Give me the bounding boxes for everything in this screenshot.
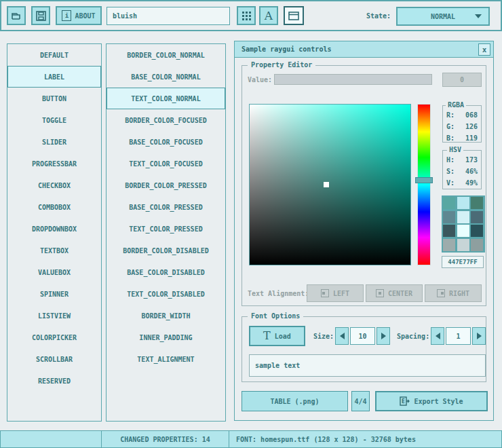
list-item[interactable]: BASE_COLOR_DISABLED [107,261,225,283]
g-label: G: [446,123,455,130]
sample-window-titlebar[interactable]: Sample raygui controls [235,41,493,58]
style-colors-grid [442,195,485,253]
list-item[interactable]: BORDER_COLOR_NORMAL [107,44,225,66]
hsv-group: HSV H:173 S:46% V:49% [442,150,482,189]
value-box[interactable]: 0 [442,73,482,87]
list-item[interactable]: TEXT_COLOR_DISABLED [107,283,225,305]
hex-value-box[interactable]: 447E77FF [442,256,484,268]
list-item[interactable]: BORDER_COLOR_DISABLED [107,240,225,261]
list-item[interactable]: PROGRESSBAR [7,153,101,174]
close-button[interactable]: x [478,43,490,56]
list-item[interactable]: DROPDOWNBOX [7,218,101,240]
pages-value: 4/4 [354,398,366,405]
rgba-title: RGBA [446,101,466,109]
list-item[interactable]: LISTVIEW [7,305,101,326]
text-t-icon: T [263,331,271,341]
list-item-selected[interactable]: LABEL [7,66,101,88]
hue-slider-handle[interactable] [415,177,433,183]
align-right-button[interactable]: RIGHT [425,284,482,302]
b-value: 119 [465,134,478,142]
list-item[interactable]: TEXTBOX [7,240,101,261]
list-item[interactable]: BORDER_COLOR_FOCUSED [107,109,225,131]
list-item[interactable]: TEXT_COLOR_PRESSED [107,218,225,240]
style-color-swatch[interactable] [443,197,455,209]
list-item[interactable]: SLIDER [7,131,101,153]
style-color-swatch[interactable] [443,211,455,223]
rgba-group: RGBA R:068 G:126 B:119 [442,105,482,143]
sample-window-title: Sample raygui controls [242,45,331,53]
list-item[interactable]: SCROLLBAR [7,348,101,370]
font-load-label: Load [275,333,291,340]
list-item-selected[interactable]: TEXT_COLOR_NORMAL [107,88,225,109]
size-increase-button[interactable] [376,327,390,345]
list-item[interactable]: BORDER_COLOR_PRESSED [107,174,225,196]
hue-slider[interactable] [417,104,431,265]
color-picker-cursor[interactable] [324,182,329,187]
open-file-button[interactable] [7,6,26,25]
size-value-box[interactable]: 10 [350,327,375,345]
letter-a-icon: A [265,10,273,22]
align-left-button[interactable]: LEFT [307,284,364,302]
style-color-swatch[interactable] [457,211,469,223]
table-png-button[interactable]: TABLE (.png) [242,391,348,411]
style-color-swatch[interactable] [471,197,483,209]
sample-text-value: sample text [255,362,300,369]
align-center-button[interactable]: CENTER [366,284,423,302]
list-item[interactable]: BORDER_WIDTH [107,305,225,326]
list-item[interactable]: BUTTON [7,88,101,109]
spacing-value-box[interactable]: 1 [446,327,471,345]
align-center-label: CENTER [388,290,412,297]
style-color-swatch[interactable] [471,211,483,223]
size-decrease-button[interactable] [335,327,349,345]
align-left-icon [321,289,329,297]
export-style-button[interactable]: E Export Style [375,391,488,411]
list-item[interactable]: TEXT_COLOR_FOCUSED [107,153,225,174]
size-label: Size: [313,333,334,340]
spacing-increase-button[interactable] [472,327,486,345]
list-item[interactable]: TEXT_ALIGNMENT [107,348,225,370]
list-item[interactable]: INNER_PADDING [107,326,225,348]
style-table-view-button[interactable] [237,6,256,25]
list-item[interactable]: BASE_COLOR_NORMAL [107,66,225,88]
state-dropdown[interactable]: NORMAL [396,7,490,26]
style-color-swatch[interactable] [471,225,483,237]
pages-box[interactable]: 4/4 [351,391,370,411]
statusbar-spacer [0,430,102,448]
style-color-swatch[interactable] [457,197,469,209]
list-item[interactable]: DEFAULT [7,44,101,66]
style-color-swatch[interactable] [457,225,469,237]
s-label: S: [446,168,455,175]
style-color-swatch[interactable] [443,225,455,237]
close-icon: x [482,45,487,54]
list-item[interactable]: BASE_COLOR_FOCUSED [107,131,225,153]
about-button[interactable]: i ABOUT [56,6,102,25]
sample-window-toggle-button[interactable] [284,6,304,25]
font-atlas-button[interactable]: A [259,6,278,25]
font-load-button[interactable]: T Load [249,326,305,346]
about-button-label: ABOUT [75,12,95,20]
export-icon: E [400,396,410,406]
style-color-swatch[interactable] [443,239,455,251]
list-item[interactable]: TOGGLE [7,109,101,131]
list-item[interactable]: CHECKBOX [7,174,101,196]
sample-text-input[interactable]: sample text [249,354,486,377]
list-item[interactable]: SPINNER [7,283,101,305]
table-png-label: TABLE (.png) [270,398,319,405]
list-item[interactable]: COMBOBOX [7,196,101,218]
spacing-value: 1 [456,333,460,340]
list-item[interactable]: RESERVED [7,370,101,392]
value-slider[interactable] [274,74,432,85]
size-value: 10 [358,333,366,340]
color-picker-panel[interactable] [249,104,411,265]
style-color-swatch[interactable] [457,239,469,251]
spacing-decrease-button[interactable] [431,327,444,345]
style-name-input[interactable] [107,7,230,25]
statusbar-font-info: FONT: homespun.ttf (128 x 128) - 32768 b… [229,430,502,448]
list-item[interactable]: COLORPICKER [7,326,101,348]
list-item[interactable]: BASE_COLOR_PRESSED [107,196,225,218]
property-editor-title: Property Editor [248,61,315,69]
style-color-swatch[interactable] [471,239,483,251]
list-item[interactable]: VALUEBOX [7,261,101,283]
save-file-button[interactable] [31,6,50,25]
s-value: 46% [465,168,478,175]
